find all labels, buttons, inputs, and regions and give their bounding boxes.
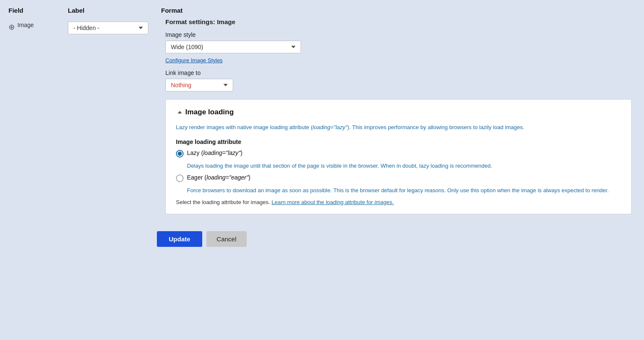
chevron-down-icon xyxy=(223,84,228,86)
chevron-down-icon xyxy=(291,46,296,48)
link-image-dropdown[interactable]: Nothing xyxy=(165,79,233,91)
image-loading-header[interactable]: Image loading xyxy=(176,108,621,116)
format-settings-type: Image xyxy=(217,18,235,25)
select-loading-text: Select the loading attribute for images.… xyxy=(176,199,621,205)
footer-buttons: Update Cancel xyxy=(0,227,644,260)
drag-handle-icon[interactable]: ⊕ xyxy=(8,22,15,32)
col-header-format: Format xyxy=(161,7,636,14)
eager-radio-button[interactable] xyxy=(176,174,184,182)
chevron-down-icon xyxy=(139,27,143,29)
col-header-field: Field xyxy=(8,7,68,14)
lazy-render-description: Lazy render images with native image loa… xyxy=(176,123,621,132)
cancel-button[interactable]: Cancel xyxy=(206,231,247,247)
image-style-dropdown[interactable]: Wide (1090) xyxy=(165,41,301,53)
content-row: ⊕ Image - Hidden - Format settings: Imag… xyxy=(0,18,644,227)
chevron-up-icon xyxy=(178,111,182,113)
lazy-radio-description: Delays loading the image until that sect… xyxy=(187,162,621,170)
image-style-value: Wide (1090) xyxy=(171,44,203,50)
image-loading-title: Image loading xyxy=(185,108,234,116)
page-container: Field Label Format ⊕ Image - Hidden - Fo… xyxy=(0,0,644,340)
format-settings-prefix: Format settings: xyxy=(165,18,217,25)
lazy-radio-label: Lazy (loading="lazy") xyxy=(187,149,243,156)
label-col: - Hidden - xyxy=(68,18,161,34)
col-header-label: Label xyxy=(68,7,161,14)
image-style-label: Image style xyxy=(165,31,636,38)
lazy-radio-button[interactable] xyxy=(176,150,184,158)
learn-more-link[interactable]: Learn more about the loading attribute f… xyxy=(271,199,393,205)
attr-title: Image loading attribute xyxy=(176,138,621,145)
lazy-radio-option[interactable]: Lazy (loading="lazy") xyxy=(176,149,621,158)
label-dropdown-value: - Hidden - xyxy=(73,25,99,31)
link-image-value: Nothing xyxy=(171,82,191,88)
label-dropdown[interactable]: - Hidden - xyxy=(68,22,148,34)
select-loading-prefix: Select the loading attribute for images. xyxy=(176,199,270,205)
eager-radio-description: Force browsers to download an image as s… xyxy=(187,186,621,195)
table-header: Field Label Format xyxy=(0,0,644,18)
link-image-label: Link image to xyxy=(165,69,636,76)
eager-radio-label: Eager (loading="eager") xyxy=(187,174,251,181)
image-loading-card: Image loading Lazy render images with na… xyxy=(165,99,632,214)
eager-radio-option[interactable]: Eager (loading="eager") xyxy=(176,174,621,182)
configure-image-styles-link[interactable]: Configure Image Styles xyxy=(165,57,223,64)
field-col: ⊕ Image xyxy=(8,18,68,32)
format-settings-title: Format settings: Image xyxy=(165,18,636,25)
update-button[interactable]: Update xyxy=(157,231,202,247)
field-name: Image xyxy=(17,22,34,28)
format-col: Format settings: Image Image style Wide … xyxy=(161,18,636,227)
